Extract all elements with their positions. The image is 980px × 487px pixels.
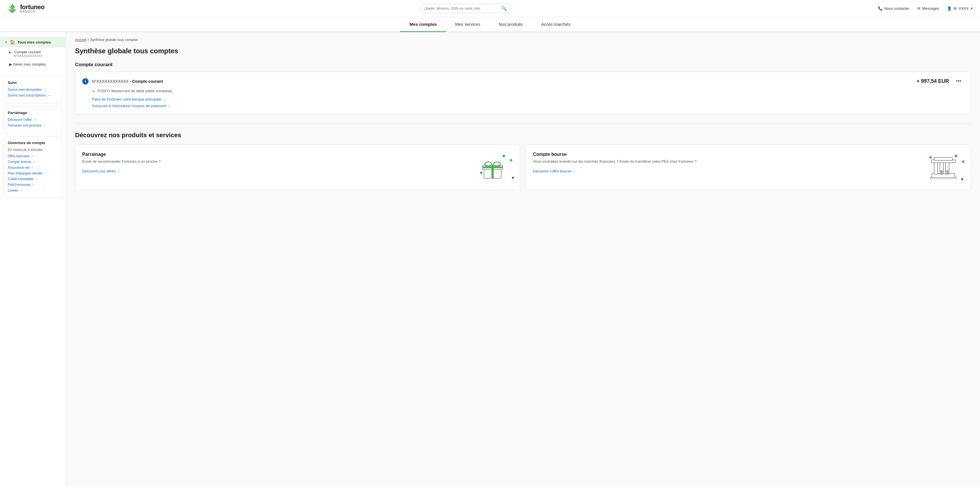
account-card: i N°XXXXXXXXXXXX - Compte courant + 997,… [75,72,971,114]
account-type: - Compte courant [130,79,163,84]
sidebar-compte-courant[interactable]: ▶ Compte courant N°XXXXXXXXXXXX [0,48,65,60]
gift-svg [480,156,506,179]
sparkle6: ◆ [962,159,965,164]
phone-icon: 📞 [878,6,883,11]
suivre-souscriptions-link[interactable]: Suivre mes souscriptions → [8,93,58,97]
account-card-header: i N°XXXXXXXXXXXX - Compte courant + 997,… [82,78,964,85]
logo-area: fortuneo BANQUE [7,3,53,14]
compte-courant-num: N°XXXXXXXXXXXX [14,54,61,57]
user-label: M. XXXX [953,6,969,11]
banque-principale-link[interactable]: Faire de Fortuneo votre banque principal… [92,97,964,102]
section-divider [75,123,971,124]
bullet-icon2: ▶ [9,62,12,67]
parrainage-illustration: ◆ ◆ ◆ ◆ [477,153,514,182]
breadcrumb-home[interactable]: Accueil [75,38,86,42]
nav-acces-marches[interactable]: Accès marchés [532,17,580,32]
bank-svg [929,155,958,179]
assurance-paiement-link[interactable]: Souscrire à l'assurance moyens de paieme… [92,104,964,108]
dots-menu-button[interactable]: ••• [954,78,964,85]
offre-bancaire-link[interactable]: Offre bancaire → [8,154,58,158]
account-title: N°XXXXXXXXXXXX - Compte courant [92,79,163,84]
sidebar-suivi-card: Suivi Suivre mes demandes → Suivre mes s… [3,76,62,103]
sidebar-spacer1 [0,69,65,73]
header-actions: 📞 Nous contacter ✉ Messages 👤 M. XXXX ▼ [878,6,973,11]
search-icon[interactable]: 🔍 [501,6,507,11]
sidebar-parrainage-card: Parrainage Découvrir l'offre → Parrainer… [3,106,62,134]
account-right: + 997,54 EUR ••• [917,78,964,85]
user-menu[interactable]: 👤 M. XXXX ▼ [947,6,973,11]
sidebar-top-label: Tous mes comptes [18,40,51,45]
parrainage-card-desc: Envie de recommander Fortuneo à un proch… [82,159,341,164]
chevron-down-icon: ▼ [970,7,973,10]
nav-mes-comptes[interactable]: Mes comptes [400,17,446,32]
messages-button[interactable]: ✉ Messages [917,6,939,11]
search-area: 🔍 [53,4,878,13]
svg-rect-10 [934,162,938,174]
compte-bourse-card-content: Compte bourse Vous souhaitez investir su… [533,152,964,173]
logo-text-area: fortuneo BANQUE [20,4,45,13]
breadcrumb-current: Synthèse globale tous comptes [90,38,138,42]
parrainage-product-card: Parrainage Envie de recommander Fortuneo… [75,145,520,191]
svg-marker-1 [12,3,14,6]
discover-title: Découvrez nos produits et services [75,132,971,139]
nav-mes-services[interactable]: Mes services [446,17,489,32]
gerer-label: Gérer mes comptes [13,62,46,67]
sidebar-tous-comptes[interactable]: ▼ 🏠 Tous mes comptes [0,37,65,48]
products-grid: Parrainage Envie de recommander Fortuneo… [75,145,971,191]
logo-sub: BANQUE [20,10,45,13]
sidebar-gerer-comptes[interactable]: ▶ Gérer mes comptes [0,60,65,69]
compte-bourse-card-link[interactable]: Découvrir l'offre bourse → [533,169,576,173]
sidebar: ▼ 🏠 Tous mes comptes ▶ Compte courant N°… [0,32,66,487]
page-title: Synthèse globale tous comptes [75,47,971,55]
parrainage-title: Parrainage [8,111,58,115]
svg-rect-13 [940,170,943,174]
ouverture-title: Ouverture de compte [8,141,58,145]
info-icon: i [82,78,89,84]
credit-immo-link[interactable]: Crédit Immobilier → [8,177,58,181]
compte-bourse-card-title: Compte bourse [533,152,964,157]
bullet-icon: ▶ [9,51,11,54]
parrainer-proches-link[interactable]: Parrainer vos proches → [8,124,58,127]
compte-bourse-card-desc: Vous souhaitez investir sur les marchés … [533,159,791,164]
compte-courant-label: Compte courant [14,50,41,54]
livrets-link[interactable]: Livrets → [8,188,58,193]
pret-perso-link[interactable]: Prêt Personnel → [8,183,58,187]
header: fortuneo BANQUE 🔍 📞 Nous contacter ✉ Mes… [0,0,980,17]
logo-icon [7,3,18,14]
assurance-vie-link[interactable]: Assurance-vie → [8,166,58,170]
svg-rect-16 [934,158,953,161]
suivre-demandes-link[interactable]: Suivre mes demandes → [8,88,58,92]
suivi-title: Suivi [8,81,58,85]
transfer-icon: ↳ [92,89,95,93]
card-links: Faire de Fortuneo votre banque principal… [82,97,964,108]
account-number: N°XXXXXXXXXXXX [92,79,129,84]
decouvrir-offre-link[interactable]: Découvrir l'offre → [8,118,58,122]
breadcrumb: Accueil > Synthèse globale tous comptes [75,38,971,42]
compte-courant-section-title: Compte courant [75,62,971,68]
parrainage-card-title: Parrainage [82,152,513,157]
sparkle7: ◆ [961,177,963,180]
svg-rect-5 [492,165,494,178]
nav-nos-produits[interactable]: Nos produits [489,17,532,32]
compte-bourse-link[interactable]: Compte bourse → [8,160,58,164]
parrainage-card-link[interactable]: Découvrir nos offres → [82,169,120,173]
contact-button[interactable]: 📞 Nous contacter [878,6,909,11]
svg-rect-14 [946,170,948,174]
logo-name: fortuneo [20,4,45,10]
messages-label: Messages [922,6,939,11]
sparkle2: ◆ [509,158,513,162]
card-sub-text: FOSFO Mastercard de débit (débit immédia… [97,89,172,93]
contact-label: Nous contacter [884,6,909,11]
plan-epargne-link[interactable]: Plan d'épargne retraite → [8,171,58,175]
account-amount: + 997,54 EUR [917,78,949,84]
user-icon: 👤 [947,6,951,11]
account-card-left: i N°XXXXXXXXXXXX - Compte courant [82,78,163,84]
main-content: Accueil > Synthèse globale tous comptes … [66,32,980,487]
breadcrumb-separator: > [87,38,90,42]
search-box: 🔍 [420,4,511,13]
mail-icon: ✉ [917,6,920,11]
home-icon: 🏠 [10,40,15,45]
chevron-icon: ▼ [5,41,8,44]
compte-bourse-product-card: Compte bourse Vous souhaitez investir su… [526,145,971,191]
search-input[interactable] [424,6,499,11]
